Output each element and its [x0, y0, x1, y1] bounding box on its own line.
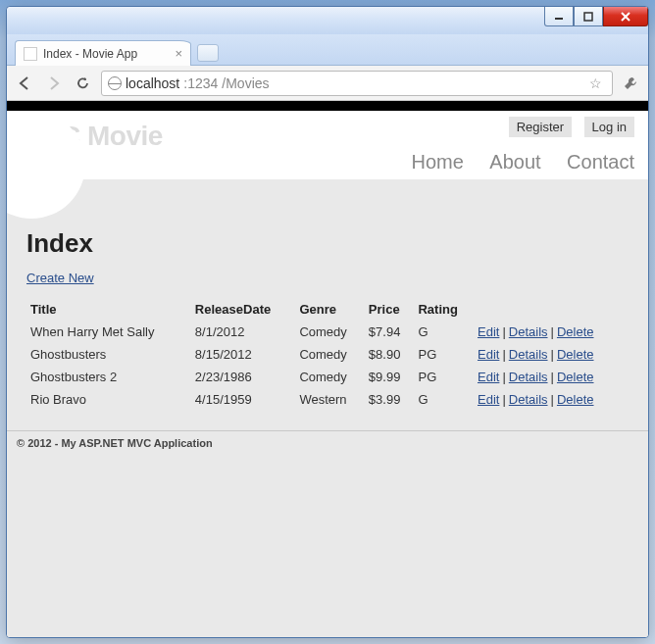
- cell-price: $7.94: [365, 321, 415, 343]
- bookmark-star-icon[interactable]: ☆: [585, 75, 606, 91]
- site-footer: © 2012 - My ASP.NET MVC Application: [7, 430, 648, 455]
- details-link[interactable]: Details: [509, 347, 548, 362]
- page-title: Index: [26, 228, 629, 259]
- details-link[interactable]: Details: [509, 324, 548, 339]
- delete-link[interactable]: Delete: [557, 324, 594, 339]
- cell-releaseDate: 8/15/2012: [191, 343, 296, 366]
- delete-link[interactable]: Delete: [557, 347, 594, 362]
- account-links: Register Log in: [390, 117, 648, 137]
- reload-button[interactable]: [72, 72, 95, 95]
- new-tab-button[interactable]: [197, 44, 219, 62]
- edit-link[interactable]: Edit: [478, 347, 499, 362]
- main-nav: Home About Contact: [390, 151, 648, 173]
- back-button[interactable]: [13, 72, 36, 95]
- cell-genre: Comedy: [295, 343, 364, 366]
- forward-button[interactable]: [42, 72, 66, 95]
- cell-actions: Edit|Details|Delete: [474, 366, 629, 388]
- table-row: Ghostbusters8/15/2012Comedy$8.90PGEdit|D…: [26, 343, 629, 366]
- cell-price: $8.90: [365, 343, 415, 366]
- cell-rating: G: [414, 388, 474, 411]
- site-header: MVC Movie Register Log in Home About Con…: [7, 111, 648, 179]
- browser-window: Index - Movie App × localhost:1234/Movie…: [6, 6, 649, 638]
- col-releasedate: ReleaseDate: [191, 298, 296, 321]
- cell-rating: PG: [414, 343, 474, 366]
- tab-close-icon[interactable]: ×: [175, 46, 182, 61]
- tab-strip: Index - Movie App ×: [7, 34, 648, 66]
- delete-link[interactable]: Delete: [557, 392, 594, 407]
- browser-tab[interactable]: Index - Movie App ×: [15, 40, 191, 66]
- browser-toolbar: localhost:1234/Movies ☆: [7, 66, 648, 101]
- address-bar[interactable]: localhost:1234/Movies ☆: [101, 71, 613, 96]
- main-content: Index Create New Title ReleaseDate Genre…: [7, 179, 648, 430]
- table-row: When Harry Met Sally8/1/2012Comedy$7.94G…: [26, 321, 629, 343]
- cell-price: $3.99: [365, 388, 415, 411]
- cell-releaseDate: 2/23/1986: [191, 366, 296, 388]
- cell-title: When Harry Met Sally: [26, 321, 191, 343]
- top-black-bar: [7, 101, 648, 111]
- cell-actions: Edit|Details|Delete: [474, 388, 629, 411]
- svg-rect-1: [584, 13, 592, 21]
- col-genre: Genre: [295, 298, 364, 321]
- delete-link[interactable]: Delete: [557, 370, 594, 384]
- col-price: Price: [365, 298, 415, 321]
- login-link[interactable]: Log in: [584, 117, 634, 137]
- url-port: :1234: [183, 75, 218, 91]
- tab-title: Index - Movie App: [43, 47, 137, 61]
- register-link[interactable]: Register: [509, 117, 572, 137]
- url-path: /Movies: [222, 75, 269, 91]
- nav-home[interactable]: Home: [412, 151, 464, 173]
- cell-rating: PG: [414, 366, 474, 388]
- table-row: Ghostbusters 22/23/1986Comedy$9.99PGEdit…: [26, 366, 629, 388]
- cell-releaseDate: 4/15/1959: [191, 388, 296, 411]
- cell-actions: Edit|Details|Delete: [474, 321, 629, 343]
- cell-title: Rio Bravo: [26, 388, 191, 411]
- table-row: Rio Bravo4/15/1959Western$3.99GEdit|Deta…: [26, 388, 629, 411]
- cell-rating: G: [414, 321, 474, 343]
- col-actions: [474, 298, 629, 321]
- edit-link[interactable]: Edit: [478, 392, 499, 407]
- edit-link[interactable]: Edit: [478, 324, 499, 339]
- cell-actions: Edit|Details|Delete: [474, 343, 629, 366]
- window-titlebar: [7, 7, 648, 34]
- url-host: localhost: [126, 75, 179, 91]
- movies-table: Title ReleaseDate Genre Price Rating Whe…: [26, 298, 629, 411]
- col-rating: Rating: [414, 298, 474, 321]
- details-link[interactable]: Details: [509, 370, 548, 384]
- cell-genre: Comedy: [295, 321, 364, 343]
- window-maximize-button[interactable]: [574, 7, 603, 26]
- create-new-link[interactable]: Create New: [26, 271, 94, 285]
- window-minimize-button[interactable]: [544, 7, 574, 26]
- page-viewport: MVC Movie Register Log in Home About Con…: [7, 101, 648, 637]
- col-title: Title: [26, 298, 191, 321]
- cell-genre: Western: [295, 388, 364, 411]
- globe-icon: [108, 76, 122, 90]
- window-close-button[interactable]: [603, 7, 648, 26]
- edit-link[interactable]: Edit: [478, 370, 499, 384]
- details-link[interactable]: Details: [509, 392, 548, 407]
- cell-releaseDate: 8/1/2012: [191, 321, 296, 343]
- cell-title: Ghostbusters 2: [26, 366, 191, 388]
- cell-price: $9.99: [365, 366, 415, 388]
- cell-title: Ghostbusters: [26, 343, 191, 366]
- cell-genre: Comedy: [295, 366, 364, 388]
- wrench-menu-button[interactable]: [619, 72, 642, 95]
- nav-about[interactable]: About: [489, 151, 540, 173]
- favicon-icon: [24, 47, 37, 61]
- nav-contact[interactable]: Contact: [567, 151, 634, 173]
- table-header-row: Title ReleaseDate Genre Price Rating: [26, 298, 629, 321]
- window-controls: [544, 7, 648, 26]
